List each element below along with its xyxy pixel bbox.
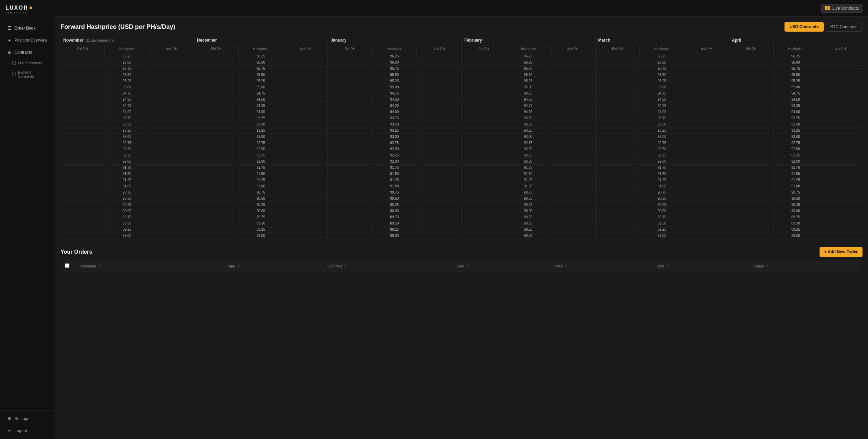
- type-header[interactable]: Type ⇅: [223, 260, 323, 272]
- price-cell[interactable]: [417, 115, 461, 121]
- price-cell[interactable]: [149, 220, 194, 226]
- price-cell[interactable]: [194, 66, 238, 72]
- price-cell[interactable]: 90.50: [372, 196, 417, 201]
- price-cell[interactable]: 90.25: [372, 202, 417, 208]
- price-cell[interactable]: [818, 78, 863, 84]
- price-cell[interactable]: 92.25: [774, 152, 818, 158]
- price-cell[interactable]: [684, 196, 728, 201]
- price-cell[interactable]: 94.75: [239, 90, 283, 96]
- price-cell[interactable]: [283, 72, 327, 78]
- price-cell[interactable]: [462, 189, 506, 195]
- price-cell[interactable]: [283, 66, 327, 72]
- price-cell[interactable]: 94.00: [640, 109, 684, 115]
- price-cell[interactable]: 93.00: [239, 134, 283, 140]
- price-cell[interactable]: [462, 121, 506, 127]
- price-cell[interactable]: [684, 121, 728, 127]
- price-cell[interactable]: [818, 128, 863, 133]
- price-cell[interactable]: [729, 227, 774, 232]
- price-cell[interactable]: [194, 128, 238, 133]
- price-cell[interactable]: [328, 158, 372, 164]
- price-cell[interactable]: [462, 202, 506, 208]
- sidebar-item-order-book[interactable]: ☰ Order Book: [2, 22, 53, 34]
- price-cell[interactable]: 94.25: [640, 103, 684, 109]
- price-cell[interactable]: [60, 109, 105, 115]
- price-cell[interactable]: [596, 115, 640, 121]
- price-cell[interactable]: [283, 59, 327, 65]
- price-cell[interactable]: 92.50: [506, 146, 550, 152]
- price-cell[interactable]: [818, 134, 863, 140]
- price-cell[interactable]: 89.25: [774, 227, 818, 232]
- price-cell[interactable]: [596, 233, 640, 239]
- price-cell[interactable]: 94.50: [506, 97, 550, 102]
- price-cell[interactable]: 93.75: [372, 115, 417, 121]
- price-cell[interactable]: [194, 165, 238, 171]
- price-cell[interactable]: 89.75: [774, 214, 818, 220]
- price-cell[interactable]: [194, 152, 238, 158]
- price-cell[interactable]: 91.75: [774, 165, 818, 171]
- price-cell[interactable]: 92.00: [105, 158, 149, 164]
- price-cell[interactable]: [729, 109, 774, 115]
- price-cell[interactable]: [283, 183, 327, 189]
- sidebar-item-settings[interactable]: ⚙ Settings: [2, 413, 53, 425]
- price-cell[interactable]: [149, 66, 194, 72]
- price-cell[interactable]: 95.00: [105, 84, 149, 90]
- price-cell[interactable]: [550, 208, 595, 214]
- price-cell[interactable]: [60, 202, 105, 208]
- price-cell[interactable]: [417, 158, 461, 164]
- price-cell[interactable]: [149, 158, 194, 164]
- price-cell[interactable]: 91.50: [239, 171, 283, 177]
- price-cell[interactable]: 90.50: [506, 196, 550, 201]
- price-cell[interactable]: [818, 208, 863, 214]
- price-cell[interactable]: [60, 208, 105, 214]
- price-cell[interactable]: [194, 158, 238, 164]
- price-cell[interactable]: 96.00: [640, 59, 684, 65]
- price-cell[interactable]: [149, 78, 194, 84]
- price-cell[interactable]: 91.75: [105, 165, 149, 171]
- sidebar-item-logout[interactable]: ↩ Logout: [2, 425, 53, 437]
- price-cell[interactable]: [818, 220, 863, 226]
- price-cell[interactable]: 95.00: [239, 84, 283, 90]
- price-cell[interactable]: 89.75: [372, 214, 417, 220]
- price-cell[interactable]: 94.50: [105, 97, 149, 102]
- price-cell[interactable]: 91.25: [774, 177, 818, 183]
- price-cell[interactable]: [550, 90, 595, 96]
- price-cell[interactable]: [149, 115, 194, 121]
- price-cell[interactable]: 93.75: [506, 115, 550, 121]
- price-cell[interactable]: 94.50: [774, 97, 818, 102]
- price-cell[interactable]: 94.50: [640, 97, 684, 102]
- price-cell[interactable]: 94.25: [105, 103, 149, 109]
- price-cell[interactable]: [194, 109, 238, 115]
- price-cell[interactable]: [149, 59, 194, 65]
- price-cell[interactable]: [60, 134, 105, 140]
- price-cell[interactable]: [550, 140, 595, 146]
- price-cell[interactable]: [596, 109, 640, 115]
- price-cell[interactable]: [283, 78, 327, 84]
- price-cell[interactable]: [328, 202, 372, 208]
- price-cell[interactable]: [328, 196, 372, 201]
- price-cell[interactable]: [550, 214, 595, 220]
- price-cell[interactable]: 91.00: [640, 183, 684, 189]
- price-cell[interactable]: [417, 72, 461, 78]
- price-cell[interactable]: 93.50: [372, 121, 417, 127]
- price-cell[interactable]: [149, 177, 194, 183]
- price-cell[interactable]: 89.50: [640, 220, 684, 226]
- price-cell[interactable]: [684, 84, 728, 90]
- price-cell[interactable]: [684, 146, 728, 152]
- price-cell[interactable]: [194, 140, 238, 146]
- price-cell[interactable]: [328, 78, 372, 84]
- price-cell[interactable]: 95.50: [105, 72, 149, 78]
- price-cell[interactable]: [283, 214, 327, 220]
- price-cell[interactable]: 91.25: [506, 177, 550, 183]
- price-cell[interactable]: [462, 134, 506, 140]
- price-cell[interactable]: 93.50: [640, 121, 684, 127]
- price-cell[interactable]: [550, 152, 595, 158]
- price-cell[interactable]: [417, 165, 461, 171]
- price-cell[interactable]: [550, 53, 595, 59]
- price-cell[interactable]: 92.25: [105, 152, 149, 158]
- price-cell[interactable]: [462, 146, 506, 152]
- price-cell[interactable]: [149, 183, 194, 189]
- price-cell[interactable]: [729, 121, 774, 127]
- price-cell[interactable]: 90.00: [774, 208, 818, 214]
- price-cell[interactable]: [684, 128, 728, 133]
- price-cell[interactable]: 89.50: [239, 220, 283, 226]
